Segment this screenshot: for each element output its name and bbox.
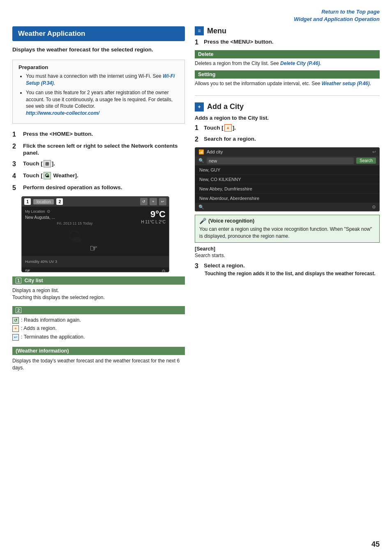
add-city-step-1: 1 Touch [+]. <box>195 124 380 132</box>
location-tab: location <box>33 199 54 204</box>
ac-map-icon: 🔍 <box>198 204 204 210</box>
setting-box: Setting Allows you to set the informatio… <box>195 70 380 87</box>
ac-wifi-icon: 📶 <box>198 149 204 155</box>
humidity-display: Humidity 40% UV 3 <box>25 260 57 264</box>
weather-emoji: 🌤 <box>25 229 125 246</box>
intro-text: Displays the weather forecast for the se… <box>12 46 185 54</box>
add-city-section: + Add a City Adds a region to the City l… <box>195 102 380 277</box>
add-city-step-2: 2 Search for a region. <box>195 136 380 143</box>
voice-label: (Voice recognition) <box>208 218 254 224</box>
left-column: Weather Application Displays the weather… <box>12 26 185 376</box>
location-icon: ⊙ <box>47 209 50 214</box>
page: Return to the Top page Widget and Applic… <box>0 0 392 557</box>
step-3: 3 Touch [⊞]. <box>12 160 185 169</box>
step-5: 5 Perform desired operation as follows. <box>12 184 185 193</box>
prep-item-2: You can use this feature for 2 years aft… <box>26 89 179 117</box>
prep-title: Preparation <box>18 64 179 70</box>
weather-setup-link[interactable]: Weather setup (P.46) <box>322 81 370 86</box>
ac-result-4[interactable]: New Aberdour, Aberdeenshire <box>195 194 379 203</box>
section-title: Weather Application <box>12 26 185 41</box>
page-number: 45 <box>371 540 380 549</box>
back-btn[interactable]: ↩ <box>159 198 166 205</box>
step3-text: Select a region. <box>204 262 376 269</box>
city-list-desc2: Touching this displays the selected regi… <box>12 294 185 301</box>
return-to-top-link[interactable]: Return to the Top page <box>12 8 380 16</box>
menu-step-1: 1 Press the <MENU> button. <box>195 39 380 46</box>
menu-section: ≡ Menu 1 Press the <MENU> button. Delete… <box>195 26 380 87</box>
date-display: Fri. 2013 11 15 Today <box>25 221 125 225</box>
add-btn[interactable]: + <box>150 198 157 205</box>
weather-info-box: (Weather information) Displays the today… <box>12 347 185 372</box>
weather-info-desc: Displays the today's weather forecast an… <box>12 357 185 372</box>
weather-icon-step4: 🌤 <box>44 172 51 179</box>
search-label: [Search] <box>195 246 380 252</box>
route-collector-link[interactable]: http://www.route-collector.com/ <box>26 110 99 116</box>
badge-1: 1 <box>24 198 31 205</box>
reload-icon: ↺ <box>12 317 19 324</box>
ac-search-input[interactable] <box>207 158 354 164</box>
grid-icon: ⊞ <box>44 160 51 167</box>
voice-recognition-box: 🎤 (Voice recognition) You can enter a re… <box>195 215 380 243</box>
top-nav: Return to the Top page Widget and Applic… <box>12 8 380 23</box>
setting-header: Setting <box>195 70 380 79</box>
delete-city-link[interactable]: Delete City (P.46) <box>280 60 320 66</box>
two-column-layout: Weather Application Displays the weather… <box>12 26 380 376</box>
step-4: 4 Touch [🌤 Weather]. <box>12 172 185 181</box>
cursor-hand: ☞ <box>90 243 98 254</box>
ac-search-icon: 🔍 <box>198 158 204 163</box>
add-city-plus-icon: + <box>224 124 232 132</box>
add-item: + : Adds a region. <box>12 325 185 332</box>
delete-box: Delete Deletes a region from the City li… <box>195 50 380 67</box>
search-desc: Search starts. <box>195 253 380 258</box>
city-list-num: 1 <box>16 278 21 283</box>
back-icon: ↩ <box>12 334 19 341</box>
menu-icon: ≡ <box>195 26 204 35</box>
ac-settings-icon: ⚙ <box>372 204 376 210</box>
weather-screenshot: 1 location 2 ↺ + ↩ <box>21 196 169 272</box>
num-box-2: 2 ↺ : Reads information again. + : Adds … <box>12 306 185 343</box>
ac-close-btn[interactable]: ↩ <box>372 149 376 155</box>
prep-list: You must have a connection with the inte… <box>18 73 179 117</box>
search-label-box: [Search] Search starts. <box>195 246 380 258</box>
ac-result-3[interactable]: New Abbey, Dumfriesshire <box>195 184 379 194</box>
step3-desc: Touching the region adds it to the list,… <box>204 270 376 277</box>
map-icon: 🗺 <box>25 269 30 272</box>
add-city-step-3: 3 Select a region. Touching the region a… <box>195 262 380 277</box>
mic-icon: 🎤 <box>199 218 206 224</box>
badge-2: 2 <box>56 198 63 205</box>
prep-item-1: You must have a connection with the inte… <box>26 73 179 87</box>
step-2: 2 Flick the screen left or right to sele… <box>12 142 185 157</box>
add-city-icon: + <box>195 102 204 111</box>
city-name: New Augusta, ... <box>25 215 125 220</box>
menu-title: Menu <box>207 27 226 35</box>
widget-app-link[interactable]: Widget and Application Operation <box>12 16 380 23</box>
delete-header: Delete <box>195 50 380 58</box>
weather-info-title: (Weather information) <box>16 348 69 354</box>
ac-result-1[interactable]: New, GUY <box>195 165 379 175</box>
city-list-box: 1 City list Displays a region list. Touc… <box>12 276 185 302</box>
back-item: ↩ : Terminates the application. <box>12 334 185 341</box>
city-list-desc1: Displays a region list. <box>12 287 185 294</box>
ac-title: Add city <box>207 149 370 154</box>
preparation-box: Preparation You must have a connection w… <box>12 60 185 124</box>
add-icon: + <box>12 325 19 332</box>
add-city-intro: Adds a region to the City list. <box>195 115 380 121</box>
ac-search-button[interactable]: Search <box>356 158 376 164</box>
section-divider <box>195 95 380 96</box>
add-city-screenshot: 📶 Add city ↩ 🔍 Search New, GUY New, CO K… <box>195 147 380 211</box>
reload-btn[interactable]: ↺ <box>140 198 148 205</box>
setting-desc: Allows you to set the information update… <box>195 80 380 87</box>
city-list-title: City list <box>25 278 43 283</box>
step-1: 1 Press the <HOME> button. <box>12 130 185 139</box>
delete-desc: Deletes a region from the City list. See… <box>195 60 380 67</box>
my-location-label: My Location <box>25 209 45 214</box>
reload-item: ↺ : Reads information again. <box>12 317 185 324</box>
temp-range: H 11°C L 2°C <box>128 220 166 224</box>
right-column: ≡ Menu 1 Press the <MENU> button. Delete… <box>195 26 380 283</box>
num2-badge: 2 <box>16 307 21 313</box>
ac-result-2[interactable]: New, CO KILKENNY <box>195 175 379 184</box>
voice-desc: You can enter a region using the voice r… <box>199 226 375 240</box>
temp-main: 9°C <box>128 209 166 220</box>
add-city-title: Add a City <box>207 102 244 111</box>
settings-icon: ⚙ <box>161 269 166 273</box>
